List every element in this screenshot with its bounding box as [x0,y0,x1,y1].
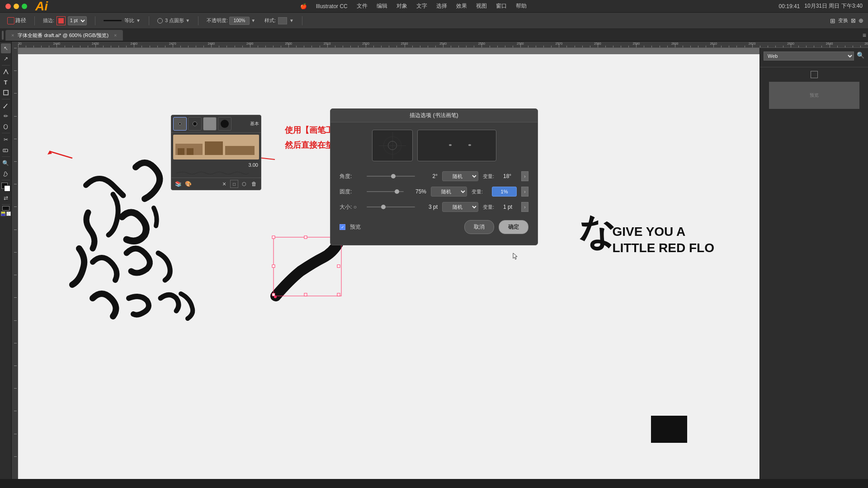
size-slider-thumb[interactable] [381,205,386,209]
collapse-icon[interactable]: ≡ [863,32,866,39]
tab-close-right[interactable]: × [114,33,117,38]
size-variation-select[interactable]: 随机 [442,202,478,212]
opacity-input[interactable] [229,17,250,25]
menu-view[interactable]: 视图 [476,2,487,10]
size-variation-arrow[interactable]: › [521,202,528,212]
roundness-value: 75% [408,188,426,195]
svg-rect-20 [337,293,340,296]
stroke-label: 描边: [43,17,54,24]
tabs-menu-icon[interactable] [2,31,4,40]
tool-hand[interactable] [1,169,11,178]
menu-object[interactable]: 对象 [396,2,407,10]
menu-app-name[interactable]: Illustrator CC [316,3,348,9]
brush-dot-small-btn[interactable] [173,117,187,131]
h-ruler: 2430244024502460247024802490250025102520… [18,42,868,48]
menu-help[interactable]: 帮助 [516,2,527,10]
tool-swap-colors[interactable]: ⇄ [1,193,11,203]
brush-new-icon[interactable]: 🎨 [184,180,192,188]
stroke-preview-row [330,122,538,169]
brush-delete-icon[interactable]: × [220,180,228,188]
brush-line-preview [171,169,261,178]
right-icons: ⊞ 变换 ⊠ ⊕ [830,17,863,24]
ellipse-dot-2 [468,144,471,146]
tool-brush[interactable] [1,101,11,111]
brush-controls-row: 📚 🎨 × □ ⬡ 🗑 [171,178,261,190]
menu-edit[interactable]: 编辑 [377,2,387,10]
brush-dot-large-btn[interactable] [218,117,231,131]
tool-selection[interactable]: ↖ [1,43,11,53]
tool-blob-brush[interactable] [1,122,11,131]
angle-variation-select[interactable]: 随机 [442,171,478,181]
angle-slider[interactable] [367,176,415,177]
stroke-size-row: 大小: ○ 3 pt 随机 变量: 1 pt › [330,199,538,215]
brush-trash-icon[interactable]: 🗑 [250,180,258,188]
roundness-slider[interactable] [367,191,404,192]
opacity-arrow[interactable]: ▼ [251,18,255,23]
tool-type[interactable]: T [1,77,11,87]
svg-rect-18 [272,293,275,296]
workspace-select[interactable]: Web [764,52,854,61]
preview-checkbox[interactable]: ✓ [340,224,345,230]
brush-dot-empty-btn[interactable] [203,117,217,131]
style-swatch[interactable] [278,17,287,24]
close-button[interactable] [5,4,11,9]
more-icon[interactable]: ⊕ [859,17,863,24]
crosshair-inner-circle [388,141,397,150]
search-icon-right[interactable]: 🔍 [857,52,864,61]
roundness-variation-arrow[interactable]: › [521,187,528,197]
stroke-color-swatch[interactable] [57,16,66,25]
right-swatch-1[interactable] [811,71,818,78]
menu-text[interactable]: 文字 [416,2,427,10]
menu-effect[interactable]: 效果 [456,2,467,10]
maximize-button[interactable] [22,4,27,9]
style-label: 样式: [264,17,276,24]
v-ruler [12,48,18,479]
transform-label[interactable]: 变换 [838,17,848,24]
angle-variation-arrow[interactable]: › [521,171,528,181]
angle-value: 2° [420,173,438,179]
tool-pen[interactable] [1,67,11,77]
style-arrow[interactable]: ▼ [289,18,294,23]
active-tab[interactable]: × 字体全能番 draft.ai* @ 600% (RGB/预览) × [5,30,123,41]
minimize-button[interactable] [14,4,19,9]
roundness-slider-thumb[interactable] [395,189,399,194]
brush-lib-icon[interactable]: 📚 [174,180,182,188]
brush-hex-icon[interactable]: ⬡ [240,180,248,188]
tool-shape[interactable] [1,88,11,98]
menu-window[interactable]: 窗口 [496,2,507,10]
brush-square-icon[interactable]: □ [230,180,238,188]
ellipse-dot-1 [449,144,452,146]
tab-close[interactable]: × [11,33,14,38]
roundness-variation-input[interactable] [492,187,517,197]
brush-shape-arrow[interactable]: ▼ [185,18,190,23]
app-time: 00:19:41 [779,3,800,9]
fill-stroke-swatches[interactable] [1,183,10,192]
roundness-label: 圆度: [340,188,362,196]
menu-apple[interactable]: 🍎 [300,3,307,9]
confirm-button[interactable]: 确定 [499,220,528,234]
gradient-btn[interactable] [1,211,5,216]
stroke-width-select[interactable]: 1 pt [68,16,87,25]
brush-dot-medium-btn[interactable] [188,117,202,131]
preview-label: 预览 [350,223,361,231]
tool-sep-6 [2,204,10,205]
tool-eraser[interactable] [1,145,11,155]
grid-icon[interactable]: ⊞ [830,17,835,24]
roundness-variation-select[interactable]: 随机 [431,187,467,197]
tool-direct-select[interactable]: ↗ [1,54,11,64]
tool-scissors[interactable]: ✂ [1,135,11,145]
menu-file[interactable]: 文件 [357,2,368,10]
tool-pencil[interactable]: ✏ [1,111,11,121]
tool-zoom[interactable]: 🔍 [1,158,11,168]
stroke-swatch[interactable] [4,185,10,192]
angle-slider-thumb[interactable] [391,174,396,178]
stroke-type-arrow[interactable]: ▼ [136,18,141,23]
cancel-button[interactable]: 取消 [464,220,494,234]
none-btn[interactable]: ∅ [6,211,11,216]
stroke-angle-row: 角度: 2° 随机 变量: 18° › [330,169,538,184]
menu-select[interactable]: 选择 [436,2,447,10]
size-slider[interactable] [367,206,415,207]
color-mode-btn[interactable] [2,206,9,211]
tool-sep-1 [2,65,10,66]
align-icon[interactable]: ⊠ [851,17,856,24]
